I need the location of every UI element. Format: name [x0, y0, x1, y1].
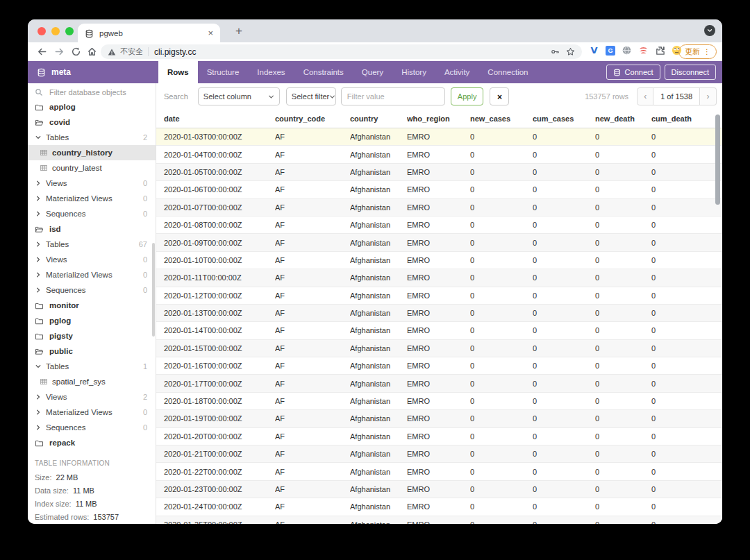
tab-history[interactable]: History [392, 61, 435, 83]
table-row[interactable]: 2020-01-15T00:00:00ZAFAfghanistanEMRO000… [156, 340, 722, 357]
select-filter-dropdown[interactable]: Select filter [286, 87, 336, 105]
sidebar-item-pigsty[interactable]: pigsty [28, 328, 156, 343]
browser-tab-pgweb[interactable]: pgweb × [78, 24, 220, 42]
table-row[interactable]: 2020-01-25T00:00:00ZAFAfghanistanEMRO000… [156, 516, 722, 524]
sidebar-scrollbar[interactable] [152, 243, 155, 337]
tab-constraints[interactable]: Constraints [294, 61, 353, 83]
tab-structure[interactable]: Structure [198, 61, 249, 83]
sidebar-item-sequences[interactable]: Sequences0 [28, 420, 156, 435]
tab-indexes[interactable]: Indexes [248, 61, 294, 83]
sidebar-item-materialized-views[interactable]: Materialized Views0 [28, 267, 156, 282]
sidebar-item-views[interactable]: Views0 [28, 176, 156, 191]
url-text[interactable]: cli.pigsty.cc [154, 47, 544, 57]
table-row[interactable]: 2020-01-17T00:00:00ZAFAfghanistanEMRO000… [156, 375, 722, 392]
back-icon[interactable] [37, 46, 47, 57]
sidebar-item-pglog[interactable]: pglog [28, 313, 156, 328]
column-header-cum_death[interactable]: cum_death [651, 114, 722, 123]
clear-filter-button[interactable]: × [490, 87, 509, 105]
column-header-date[interactable]: date [164, 114, 275, 123]
filter-value-input[interactable] [341, 87, 445, 105]
column-header-new_cases[interactable]: new_cases [470, 114, 533, 123]
red-extension-icon[interactable] [638, 45, 649, 56]
sidebar-item-covid[interactable]: covid [28, 114, 156, 130]
tab-activity[interactable]: Activity [435, 61, 478, 83]
table-row[interactable]: 2020-01-07T00:00:00ZAFAfghanistanEMRO000… [156, 199, 722, 217]
sidebar-item-isd[interactable]: isd [28, 221, 156, 237]
previous-page-button[interactable]: ‹ [637, 87, 653, 105]
sidebar-item-country_history[interactable]: country_history [28, 145, 156, 160]
chrome-update-menu-button[interactable]: 更新 ⋮ [678, 44, 717, 59]
next-page-button[interactable]: › [700, 87, 717, 105]
not-secure-warning-icon[interactable] [108, 48, 116, 56]
sidebar-item-materialized-views[interactable]: Materialized Views0 [28, 191, 156, 206]
table-row[interactable]: 2020-01-13T00:00:00ZAFAfghanistanEMRO000… [156, 305, 722, 322]
column-header-cum_cases[interactable]: cum_cases [533, 114, 595, 123]
minimize-window-button[interactable] [51, 27, 60, 35]
table-row[interactable]: 2020-01-14T00:00:00ZAFAfghanistanEMRO000… [156, 322, 722, 339]
sidebar-item-sequences[interactable]: Sequences0 [28, 206, 156, 221]
vimium-extension-icon[interactable]: V [589, 45, 599, 56]
table-row[interactable]: 2020-01-10T00:00:00ZAFAfghanistanEMRO000… [156, 252, 722, 269]
sidebar-item-views[interactable]: Views0 [28, 252, 156, 267]
sidebar-item-country_latest[interactable]: country_latest [28, 160, 156, 176]
tab-rows[interactable]: Rows [158, 61, 198, 83]
sidebar-item-materialized-views[interactable]: Materialized Views0 [28, 405, 156, 420]
google-translate-extension-icon[interactable]: G [606, 46, 615, 56]
table-row[interactable]: 2020-01-18T00:00:00ZAFAfghanistanEMRO000… [156, 393, 722, 410]
column-header-country[interactable]: country [350, 114, 407, 123]
sidebar-item-repack[interactable]: repack [28, 435, 156, 450]
extensions-puzzle-icon[interactable] [655, 45, 665, 56]
home-icon[interactable] [87, 46, 97, 57]
filter-database-objects-input[interactable] [48, 87, 148, 97]
sidebar-item-public[interactable]: public [28, 343, 156, 359]
table-row[interactable]: 2020-01-09T00:00:00ZAFAfghanistanEMRO000… [156, 234, 722, 251]
sidebar-item-views[interactable]: Views2 [28, 389, 156, 405]
url-bar[interactable]: 不安全 cli.pigsty.cc [101, 44, 582, 59]
sidebar-item-tables[interactable]: Tables67 [28, 237, 156, 252]
saved-password-key-icon[interactable] [551, 47, 560, 56]
sidebar-item-monitor[interactable]: monitor [28, 298, 156, 313]
close-tab-icon[interactable]: × [208, 28, 213, 38]
table-row[interactable]: 2020-01-24T00:00:00ZAFAfghanistanEMRO000… [156, 498, 722, 516]
reload-icon[interactable] [71, 46, 81, 57]
column-header-who_region[interactable]: who_region [407, 114, 470, 123]
tab-query[interactable]: Query [353, 61, 392, 83]
table-row[interactable]: 2020-01-11T00:00:00ZAFAfghanistanEMRO000… [156, 269, 722, 287]
security-label[interactable]: 不安全 [120, 46, 143, 57]
cell-country: Afghanistan [350, 309, 407, 317]
table-row[interactable]: 2020-01-08T00:00:00ZAFAfghanistanEMRO000… [156, 217, 722, 234]
connect-button[interactable]: Connect [606, 65, 660, 80]
sidebar-item-spatial_ref_sys[interactable]: spatial_ref_sys [28, 374, 156, 389]
bookmark-star-icon[interactable] [566, 47, 575, 56]
disconnect-button[interactable]: Disconnect [665, 65, 716, 80]
table-row[interactable]: 2020-01-19T00:00:00ZAFAfghanistanEMRO000… [156, 410, 722, 427]
column-header-country_code[interactable]: country_code [275, 114, 350, 123]
table-row[interactable]: 2020-01-06T00:00:00ZAFAfghanistanEMRO000… [156, 181, 722, 198]
table-row[interactable]: 2020-01-05T00:00:00ZAFAfghanistanEMRO000… [156, 164, 722, 181]
table-row[interactable]: 2020-01-03T00:00:00ZAFAfghanistanEMRO000… [156, 128, 722, 146]
table-row[interactable]: 2020-01-21T00:00:00ZAFAfghanistanEMRO000… [156, 446, 722, 463]
table-row[interactable]: 2020-01-04T00:00:00ZAFAfghanistanEMRO000… [156, 146, 722, 163]
column-header-new_death[interactable]: new_death [595, 114, 651, 123]
chevron-right-icon [35, 409, 42, 416]
close-window-button[interactable] [38, 27, 46, 35]
new-tab-button[interactable]: + [231, 23, 247, 40]
table-row[interactable]: 2020-01-12T00:00:00ZAFAfghanistanEMRO000… [156, 287, 722, 305]
table-row[interactable]: 2020-01-20T00:00:00ZAFAfghanistanEMRO000… [156, 428, 722, 446]
sidebar-item-tables[interactable]: Tables2 [28, 130, 156, 145]
zoom-window-button[interactable] [65, 27, 74, 35]
tab-search-button[interactable] [704, 25, 715, 36]
sidebar-item-sequences[interactable]: Sequences0 [28, 282, 156, 298]
table-row[interactable]: 2020-01-16T00:00:00ZAFAfghanistanEMRO000… [156, 357, 722, 375]
sidebar-item-tables[interactable]: Tables1 [28, 359, 156, 374]
cell-new_death: 0 [595, 380, 651, 388]
table-row[interactable]: 2020-01-22T00:00:00ZAFAfghanistanEMRO000… [156, 463, 722, 480]
apply-button[interactable]: Apply [451, 87, 484, 105]
select-column-dropdown[interactable]: Select column [198, 87, 280, 105]
globe-extension-icon[interactable] [622, 45, 632, 56]
forward-icon[interactable] [54, 46, 65, 57]
tab-connection[interactable]: Connection [478, 61, 537, 83]
table-row[interactable]: 2020-01-23T00:00:00ZAFAfghanistanEMRO000… [156, 481, 722, 498]
sidebar-item-applog[interactable]: applog [28, 99, 156, 114]
main-scrollbar[interactable] [715, 114, 720, 205]
